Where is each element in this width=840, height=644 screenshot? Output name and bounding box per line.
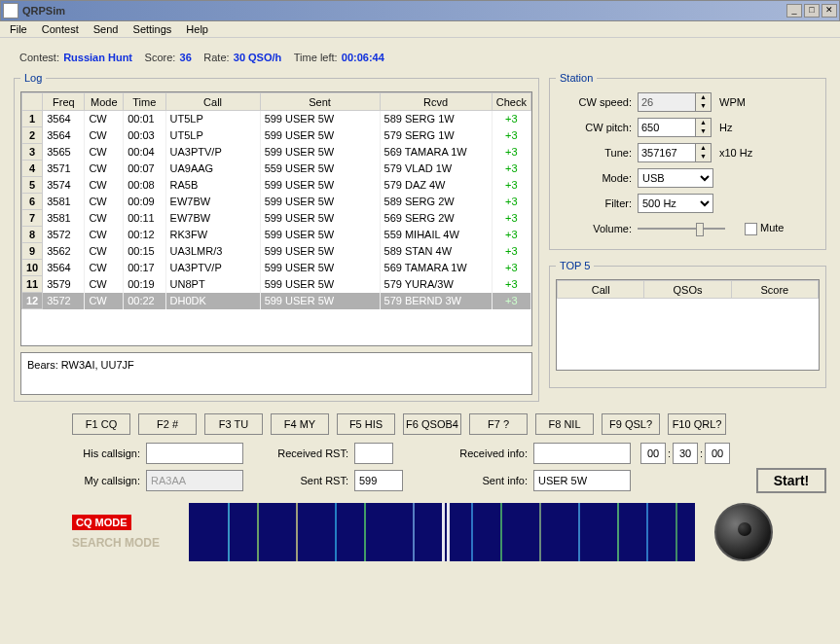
log-header[interactable]: Rcvd (380, 93, 492, 111)
cw-pitch-input[interactable] (638, 118, 696, 137)
score-line: Contest: Russian Hunt Score: 36 Rate: 30… (14, 44, 826, 72)
down-icon[interactable]: ▼ (696, 153, 711, 161)
time-mm-input[interactable] (673, 443, 698, 464)
table-row[interactable]: 43571CW00:07UA9AAG559 USER 5W579 VLAD 1W… (22, 161, 531, 177)
volume-slider[interactable] (638, 219, 725, 238)
cw-speed-input (638, 92, 696, 112)
log-legend: Log (20, 72, 46, 84)
station-group: Station CW speed: ▲▼ WPM CW pitch: ▲▼ Hz… (549, 72, 826, 250)
fkey-button[interactable]: F8 NIL (535, 413, 594, 435)
mute-checkbox[interactable] (745, 223, 757, 235)
tuning-knob[interactable] (714, 503, 773, 561)
received-rst-input[interactable] (354, 443, 393, 464)
table-row[interactable]: 83572CW00:12RK3FW599 USER 5W559 MIHAIL 4… (22, 227, 531, 243)
top5-group: TOP 5 Call QSOs Score (549, 260, 826, 388)
sent-rst-input[interactable] (354, 470, 403, 491)
start-button[interactable]: Start! (756, 468, 826, 493)
window-title: QRPSim (22, 5, 786, 17)
search-mode-indicator[interactable]: SEARCH MODE (72, 536, 179, 550)
my-callsign-input (146, 470, 243, 491)
mode-select[interactable]: USB (638, 168, 713, 188)
contest-name: Russian Hunt (63, 52, 132, 63)
fkey-button[interactable]: F6 QSOB4 (403, 413, 461, 435)
fkey-button[interactable]: F7 ? (469, 413, 528, 435)
menu-file[interactable]: File (10, 23, 27, 35)
tune-input[interactable] (638, 143, 696, 162)
minimize-button[interactable]: _ (786, 4, 802, 18)
menu-bar: File Contest Send Settings Help (0, 21, 840, 38)
bears-box: Bears: RW3AI, UU7JF (20, 352, 532, 395)
table-row[interactable]: 53574CW00:08RA5B599 USER 5W579 DAZ 4W+3 (22, 177, 531, 194)
score-value: 36 (180, 52, 192, 63)
fkey-button[interactable]: F1 CQ (72, 413, 130, 435)
fkey-button[interactable]: F3 TU (204, 413, 263, 435)
table-row[interactable]: 73581CW00:11EW7BW599 USER 5W569 SERG 2W+… (22, 210, 531, 227)
title-bar: QRPSim _ □ ✕ (0, 0, 840, 21)
log-header[interactable]: Call (165, 93, 260, 111)
his-callsign-input[interactable] (146, 443, 243, 464)
log-header[interactable]: Sent (260, 93, 380, 111)
fkey-button[interactable]: F2 # (138, 413, 197, 435)
up-icon[interactable]: ▲ (696, 119, 711, 127)
table-row[interactable]: 23564CW00:03UT5LP599 USER 5W579 SERG 1W+… (22, 127, 531, 144)
log-header[interactable]: Check (492, 93, 530, 111)
fkey-button[interactable]: F10 QRL? (668, 413, 726, 435)
table-row[interactable]: 113579CW00:19UN8PT599 USER 5W579 YURA/3W… (22, 276, 531, 293)
up-icon[interactable]: ▲ (696, 93, 711, 102)
table-row[interactable]: 33565CW00:04UA3PTV/P599 USER 5W569 TAMAR… (22, 144, 531, 161)
log-group: Log FreqModeTimeCallSentRcvdCheck 13564C… (14, 72, 539, 402)
log-header[interactable]: Freq (43, 93, 85, 111)
table-row[interactable]: 103564CW00:17UA3PTV/P599 USER 5W569 TAMA… (22, 260, 531, 276)
maximize-button[interactable]: □ (804, 4, 820, 18)
rate-value: 30 QSO/h (234, 52, 282, 63)
table-row[interactable]: 123572CW00:22DH0DK599 USER 5W579 BERND 3… (22, 293, 531, 309)
time-left: 00:06:44 (342, 52, 384, 63)
time-hh-input[interactable] (640, 443, 666, 464)
table-row[interactable]: 63581CW00:09EW7BW599 USER 5W589 SERG 2W+… (22, 194, 531, 210)
menu-settings[interactable]: Settings (133, 23, 172, 35)
filter-select[interactable]: 500 Hz (638, 194, 713, 213)
sent-info-input[interactable] (533, 470, 631, 491)
menu-help[interactable]: Help (186, 23, 208, 35)
log-header[interactable] (22, 93, 43, 111)
log-header[interactable]: Mode (85, 93, 124, 111)
top5-table: Call QSOs Score (557, 280, 819, 299)
down-icon[interactable]: ▼ (696, 127, 711, 136)
down-icon[interactable]: ▼ (696, 102, 711, 111)
fkey-button[interactable]: F9 QSL? (602, 413, 660, 435)
function-keys: F1 CQF2 #F3 TUF4 MYF5 HISF6 QSOB4F7 ?F8 … (72, 413, 826, 435)
time-ss-input[interactable] (705, 443, 730, 464)
fkey-button[interactable]: F5 HIS (337, 413, 395, 435)
app-icon (3, 3, 18, 18)
close-button[interactable]: ✕ (822, 4, 837, 18)
log-header[interactable]: Time (124, 93, 165, 111)
menu-contest[interactable]: Contest (42, 23, 79, 35)
received-info-input[interactable] (533, 443, 631, 464)
log-table[interactable]: FreqModeTimeCallSentRcvdCheck 13564CW00:… (21, 92, 531, 309)
waterfall-display[interactable] (189, 503, 695, 561)
cq-mode-indicator[interactable]: CQ MODE (72, 515, 131, 530)
up-icon[interactable]: ▲ (696, 144, 711, 153)
table-row[interactable]: 93562CW00:15UA3LMR/3599 USER 5W589 STAN … (22, 243, 531, 260)
menu-send[interactable]: Send (93, 23, 119, 35)
fkey-button[interactable]: F4 MY (271, 413, 329, 435)
table-row[interactable]: 13564CW00:01UT5LP599 USER 5W589 SERG 1W+… (22, 111, 531, 127)
